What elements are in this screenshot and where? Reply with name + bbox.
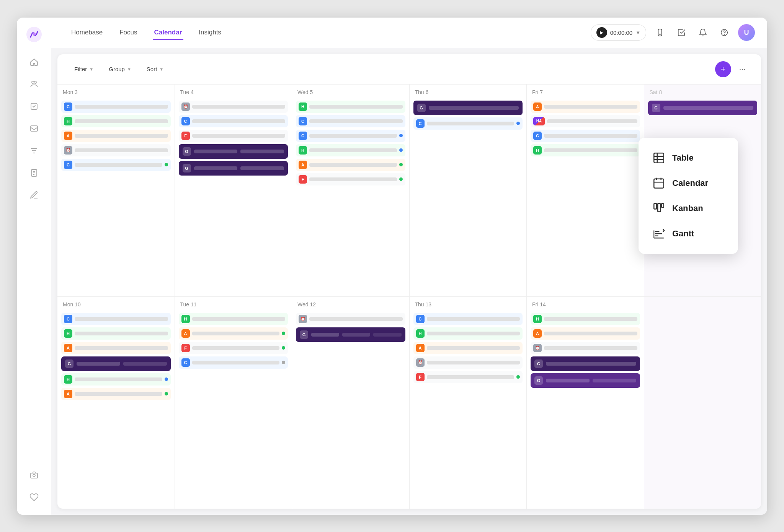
- timer-control[interactable]: ▶ 00:00:00 ▼: [591, 24, 646, 41]
- task-bar: [427, 317, 520, 321]
- bell-icon[interactable]: [695, 25, 710, 40]
- tab-insights[interactable]: Insights: [191, 26, 229, 39]
- task-item[interactable]: ⏰: [531, 342, 640, 354]
- task-item-full[interactable]: G: [531, 373, 640, 388]
- task-item[interactable]: H: [296, 101, 405, 113]
- svg-rect-9: [658, 29, 662, 36]
- task-item[interactable]: A: [531, 327, 640, 340]
- sidebar-item-camera[interactable]: [24, 465, 44, 485]
- sidebar: [17, 18, 51, 515]
- task-bar: [75, 119, 168, 123]
- more-button[interactable]: ···: [734, 61, 750, 77]
- task-bar: [547, 119, 637, 123]
- calendar-day-mon3: Mon 3 C H A: [57, 85, 175, 296]
- task-item[interactable]: H: [61, 373, 171, 386]
- sidebar-item-users[interactable]: [24, 74, 44, 94]
- task-badge: G: [534, 360, 543, 368]
- task-item-full[interactable]: G: [61, 356, 171, 371]
- task-item[interactable]: C: [179, 356, 288, 369]
- task-item-full[interactable]: G: [413, 101, 523, 115]
- calendar-day-sat9: [644, 297, 761, 509]
- task-badge: H: [64, 117, 72, 125]
- sort-button[interactable]: Sort ▼: [140, 63, 170, 75]
- user-avatar[interactable]: U: [738, 24, 755, 41]
- tab-calendar[interactable]: Calendar: [147, 26, 190, 39]
- task-item[interactable]: H: [61, 115, 171, 127]
- task-item[interactable]: C: [531, 130, 640, 142]
- group-chevron-icon: ▼: [127, 67, 131, 72]
- add-button[interactable]: +: [715, 61, 731, 77]
- group-button[interactable]: Group ▼: [103, 63, 137, 75]
- task-item-full[interactable]: G: [531, 356, 640, 371]
- help-icon[interactable]: [717, 25, 732, 40]
- task-item[interactable]: ⏰: [296, 313, 405, 325]
- task-item-full[interactable]: G: [179, 144, 288, 159]
- task-badge: F: [299, 175, 307, 184]
- tab-focus[interactable]: Focus: [112, 26, 145, 39]
- dropdown-item-table[interactable]: Table: [648, 145, 729, 171]
- timer-chevron[interactable]: ▼: [635, 30, 640, 36]
- task-item[interactable]: C: [179, 115, 288, 127]
- sidebar-item-filter[interactable]: [24, 141, 44, 161]
- checklist-icon[interactable]: [674, 25, 689, 40]
- play-button[interactable]: ▶: [596, 27, 607, 38]
- task-item[interactable]: A: [61, 130, 171, 142]
- task-item[interactable]: C: [296, 115, 405, 127]
- task-item[interactable]: C: [296, 130, 405, 142]
- task-item[interactable]: H: [61, 327, 171, 340]
- sidebar-item-document[interactable]: [24, 163, 44, 183]
- dropdown-item-calendar[interactable]: Calendar: [648, 171, 729, 196]
- task-item[interactable]: A: [413, 342, 523, 354]
- sidebar-item-heart[interactable]: [24, 487, 44, 507]
- sidebar-item-starred[interactable]: [24, 96, 44, 116]
- sort-chevron-icon: ▼: [159, 67, 163, 72]
- task-badge: C: [181, 117, 190, 125]
- task-item[interactable]: H: [531, 313, 640, 325]
- sidebar-item-pen[interactable]: [24, 185, 44, 205]
- task-item[interactable]: C: [61, 313, 171, 325]
- tab-homebase[interactable]: Homebase: [64, 26, 110, 39]
- task-badge: A: [299, 161, 307, 169]
- task-item[interactable]: H: [296, 144, 405, 156]
- task-item[interactable]: F: [413, 371, 523, 383]
- svg-point-8: [33, 474, 35, 477]
- app-logo[interactable]: [25, 25, 43, 44]
- task-item[interactable]: F: [179, 342, 288, 354]
- task-item[interactable]: F: [179, 130, 288, 142]
- task-badge: H: [299, 102, 307, 111]
- task-item[interactable]: C: [413, 117, 523, 130]
- task-item-full[interactable]: G: [296, 327, 405, 342]
- task-bar: [75, 148, 168, 152]
- mobile-icon[interactable]: [652, 25, 668, 40]
- task-badge: G: [652, 104, 660, 112]
- task-bar: [342, 333, 370, 337]
- task-item[interactable]: C: [61, 159, 171, 171]
- sidebar-item-inbox[interactable]: [24, 119, 44, 138]
- task-dot: [516, 375, 520, 379]
- svg-rect-13: [654, 153, 664, 163]
- task-item[interactable]: H: [179, 313, 288, 325]
- task-item[interactable]: F: [296, 173, 405, 185]
- task-item[interactable]: HA: [531, 115, 640, 127]
- filter-button[interactable]: Filter ▼: [68, 63, 100, 75]
- day-label-mon3: Mon 3: [61, 88, 171, 96]
- task-item[interactable]: ⏰: [61, 144, 171, 156]
- task-item[interactable]: A: [61, 342, 171, 354]
- task-item[interactable]: A: [531, 101, 640, 113]
- task-bar: [77, 362, 120, 366]
- dropdown-item-kanban[interactable]: Kanban: [648, 196, 729, 221]
- task-badge-ha: HA: [533, 117, 545, 125]
- task-item[interactable]: H: [413, 327, 523, 340]
- task-item[interactable]: A: [296, 159, 405, 171]
- task-item[interactable]: C: [413, 313, 523, 325]
- task-item[interactable]: H: [531, 144, 640, 156]
- task-item[interactable]: ⏰: [179, 101, 288, 113]
- task-item[interactable]: ⏰: [413, 356, 523, 369]
- task-item[interactable]: A: [61, 388, 171, 400]
- task-item-full[interactable]: G: [648, 101, 758, 115]
- task-item[interactable]: A: [179, 327, 288, 340]
- sidebar-item-home[interactable]: [24, 52, 44, 72]
- dropdown-item-gantt[interactable]: Gantt: [648, 221, 729, 246]
- task-item-full[interactable]: G: [179, 161, 288, 176]
- task-item[interactable]: C: [61, 101, 171, 113]
